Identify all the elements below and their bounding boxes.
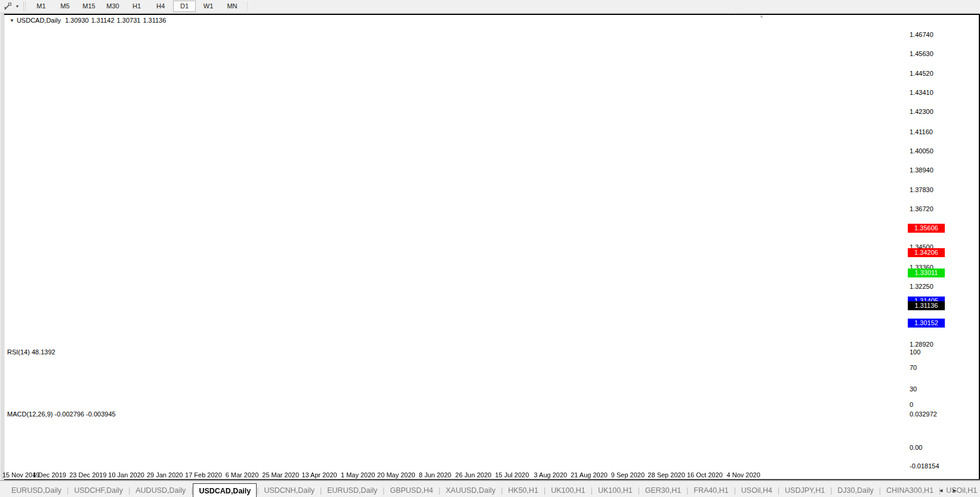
timeframe-button-m30[interactable]: M30 <box>101 1 124 12</box>
date-axis-label: 13 Apr 2020 <box>301 471 337 479</box>
macd-panel-label: MACD(12,26,9) -0.002796 -0.003945 <box>7 410 116 418</box>
rsi-axis-tick: 70 <box>910 363 917 372</box>
date-axis-label: 20 May 2020 <box>377 471 415 479</box>
date-axis-label: 23 Dec 2019 <box>69 471 106 479</box>
rsi-axis-tick: 0 <box>910 400 913 409</box>
ohlc-high: 1.31142 <box>91 17 115 24</box>
hline-price-chip: 1.34206 <box>908 248 945 257</box>
timeframe-button-mn[interactable]: MN <box>221 1 244 12</box>
date-axis-label: 26 Jun 2020 <box>455 471 492 479</box>
timeframe-button-h4[interactable]: H4 <box>149 1 172 12</box>
chart-collapse-icon[interactable]: ▼ <box>10 18 14 23</box>
date-axis-label: 1 May 2020 <box>341 471 375 479</box>
date-axis-label: 6 Mar 2020 <box>226 471 259 479</box>
symbol-tab-usdjpy-14[interactable]: USDJPY,H1 <box>779 484 830 497</box>
symbol-tab-ger30-11[interactable]: GER30,H1 <box>640 484 686 497</box>
symbol-tab-usdcnh-4[interactable]: USDCNH,Daily <box>258 484 320 497</box>
toolbar-grip <box>23 2 26 11</box>
price-axis-tick: 1.43410 <box>910 88 933 97</box>
symbol-tab-xauusd-7[interactable]: XAUUSD,Daily <box>440 484 501 497</box>
rsi-axis-tick: 100 <box>910 348 920 356</box>
macd-axis-tick: 0.00 <box>910 443 922 452</box>
symbol-tab-hk50-8[interactable]: HK50,H1 <box>503 484 544 497</box>
price-axis-tick: 1.41160 <box>910 128 933 136</box>
symbol-tab-uk100-9[interactable]: UK100,H1 <box>546 484 591 497</box>
date-axis-label: 17 Feb 2020 <box>185 471 222 479</box>
price-axis-tick: 1.37830 <box>910 186 933 194</box>
date-axis-label: 9 Sep 2020 <box>611 471 645 479</box>
price-axis-tick: 1.44520 <box>910 69 933 78</box>
price-axis-tick: 1.36720 <box>910 205 933 213</box>
timeframe-button-m1[interactable]: M1 <box>30 1 53 12</box>
date-axis-label: 16 Oct 2020 <box>687 471 723 479</box>
date-axis-label: 15 Jul 2020 <box>495 471 529 479</box>
date-axis-label: 3 Aug 2020 <box>534 471 568 479</box>
date-axis-label: 29 Jan 2020 <box>147 471 183 479</box>
price-axis-tick: 1.40050 <box>910 147 933 155</box>
tabs-scroll-right-icon[interactable]: ► <box>952 487 957 493</box>
symbol-tab-usoil-13[interactable]: USOil,H4 <box>736 484 778 497</box>
symbol-tab-gbpusd-6[interactable]: GBPUSD,H4 <box>384 484 438 497</box>
date-axis-label: 4 Nov 2020 <box>727 471 760 479</box>
timeframe-toolbar: ▼ M1M5M15M30H1H4D1W1MN <box>0 0 980 13</box>
chart-symbol-title: USDCAD,Daily <box>17 17 61 24</box>
symbol-tab-fra40-12[interactable]: FRA40,H1 <box>688 484 734 497</box>
price-axis-tick: 1.32250 <box>910 282 933 291</box>
timeframe-button-w1[interactable]: W1 <box>197 1 220 12</box>
macd-axis-tick: 0.032972 <box>910 410 937 418</box>
symbol-tab-usdchf-1[interactable]: USDCHF,Daily <box>69 484 128 497</box>
date-axis-label: 25 Mar 2020 <box>262 471 299 479</box>
chart-shift-marker-icon: ▼ <box>759 14 764 20</box>
chart-cursor-icon[interactable] <box>2 1 14 11</box>
symbol-tab-china300-16[interactable]: CHINA300,H1 <box>881 484 939 497</box>
tabs-scroll-left-icon[interactable]: ◄ <box>938 487 944 493</box>
price-axis-tick: 1.46740 <box>910 30 933 39</box>
symbol-tab-dj30-15[interactable]: DJ30,Daily <box>832 484 879 497</box>
toolbar-separator <box>247 2 248 11</box>
price-axis-tick: 1.45630 <box>910 50 933 58</box>
hline-price-chip: 1.30152 <box>908 319 945 328</box>
symbol-tab-eurusd-0[interactable]: EURUSD,Daily <box>6 484 67 497</box>
timeframe-button-d1[interactable]: D1 <box>173 1 196 12</box>
ohlc-close: 1.31136 <box>143 17 166 24</box>
symbol-tab-audusd-2[interactable]: AUDUSD,Daily <box>130 484 191 497</box>
chart-tool-dropdown-icon[interactable]: ▼ <box>14 4 21 8</box>
date-axis-label: 28 Sep 2020 <box>648 471 685 479</box>
chart-window <box>4 14 979 480</box>
symbol-tabbar: EURUSD,Daily|USDCHF,Daily|AUDUSD,Daily|U… <box>0 480 980 497</box>
timeframe-button-h1[interactable]: H1 <box>125 1 148 12</box>
date-axis-label: 8 Jun 2020 <box>419 471 451 479</box>
chart-header: ▼ USDCAD,Daily 1.30930 1.31142 1.30731 1… <box>10 17 166 24</box>
macd-axis-tick: -0.018154 <box>910 462 939 470</box>
window-left-edge <box>0 13 4 497</box>
ohlc-open: 1.30930 <box>65 17 89 24</box>
ohlc-low: 1.30731 <box>117 17 141 24</box>
rsi-axis-tick: 30 <box>910 385 917 393</box>
current-price-chip: 1.31136 <box>908 301 945 310</box>
date-axis-label: 4 Dec 2019 <box>33 471 66 479</box>
rsi-panel-label: RSI(14) 48.1392 <box>7 348 56 356</box>
price-axis-tick: 1.42300 <box>910 107 933 116</box>
date-axis-label: 21 Aug 2020 <box>571 471 608 479</box>
timeframe-button-m5[interactable]: M5 <box>54 1 76 12</box>
timeframe-button-m15[interactable]: M15 <box>78 1 100 12</box>
hline-price-chip: 1.35606 <box>908 224 945 233</box>
price-axis-tick: 1.28920 <box>910 340 933 348</box>
symbol-tab-usdcad-3[interactable]: USDCAD,Daily <box>193 483 257 497</box>
hline-price-chip: 1.33011 <box>908 268 945 277</box>
price-axis-tick: 1.38940 <box>910 166 933 174</box>
symbol-tab-uk100-10[interactable]: UK100,H1 <box>593 484 638 497</box>
date-axis-label: 10 Jan 2020 <box>108 471 144 479</box>
symbol-tab-eurusd-5[interactable]: EURUSD,Daily <box>322 484 383 497</box>
